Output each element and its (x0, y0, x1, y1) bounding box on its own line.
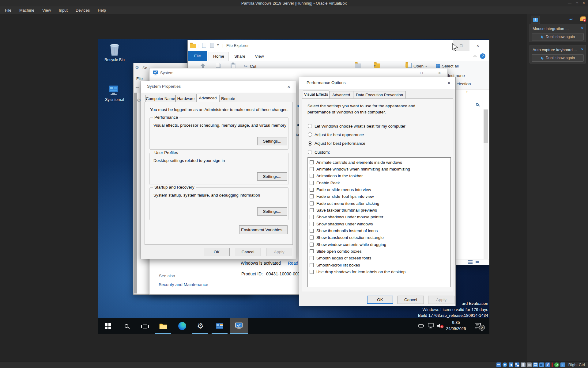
visual-effect-option[interactable]: Enable Peek (308, 179, 450, 186)
move-to-icon[interactable] (355, 63, 361, 68)
qat-customize-chevron-icon[interactable]: ▾ (217, 43, 219, 47)
visual-effect-option[interactable]: Fade or slide menus into view (308, 186, 450, 193)
sysprops-cancel-button[interactable]: Cancel (235, 248, 261, 256)
qat-properties-icon[interactable] (202, 43, 206, 48)
dont-show-again-button[interactable]: Don't show again (532, 33, 584, 40)
scrollbar-thumb[interactable] (484, 109, 488, 143)
radio-custom[interactable]: Custom: (308, 148, 405, 156)
desktop-icon-recycle-bin[interactable]: Recycle Bin (102, 43, 127, 62)
explorer-scrollbar[interactable] (484, 109, 488, 259)
tab-home[interactable]: Home (209, 52, 229, 61)
mouse-integration-icon[interactable]: ↓ (560, 362, 565, 367)
performance-settings-button[interactable]: Settings... (257, 137, 287, 145)
security-maintenance-link[interactable]: Security and Maintenance (159, 282, 208, 287)
visual-effect-option[interactable]: Fade or slide ToolTips into view (308, 193, 450, 200)
explorer-search-input[interactable] (456, 100, 483, 107)
taskbar-search-button[interactable] (119, 318, 134, 334)
user-profiles-settings-button[interactable]: Settings... (257, 172, 287, 181)
display-icon[interactable] (533, 362, 538, 367)
perfopts-titlebar[interactable]: Performance Options × (299, 77, 455, 89)
vbox-minimize-button[interactable]: — (567, 0, 573, 6)
radio-icon[interactable] (308, 150, 312, 154)
taskbar-clock[interactable]: 9:35 24/09/2025 (442, 320, 470, 332)
tab-advanced[interactable]: Advanced (196, 94, 219, 102)
checkbox-icon[interactable] (310, 174, 314, 178)
explorer-close-button[interactable]: × (473, 42, 483, 50)
close-icon[interactable]: × (581, 26, 583, 30)
tab-advanced[interactable]: Advanced (329, 91, 353, 98)
sysprops-close-button[interactable]: × (284, 83, 294, 91)
checkbox-icon[interactable] (310, 236, 314, 240)
vbox-titlebar[interactable]: Pantilla Windows 2k19 Server [Running] -… (0, 0, 588, 6)
visual-effects-listbox[interactable]: Animate controls and elements inside win… (307, 157, 451, 287)
visual-effect-option[interactable]: Fade out menu items after clicking (308, 200, 450, 207)
task-view-button[interactable] (137, 318, 153, 334)
radio-best-appearance[interactable]: Adjust for best appearance (308, 130, 405, 139)
radio-let-windows-choose[interactable]: Let Windows choose what's best for my co… (308, 122, 405, 130)
radio-selected-icon[interactable] (308, 141, 312, 146)
menu-input[interactable]: Input (59, 8, 68, 13)
menu-help[interactable]: Help (98, 8, 106, 13)
taskbar-system-active[interactable] (230, 318, 248, 334)
open-chevron-icon[interactable]: ▾ (425, 65, 427, 68)
sysprops-ok-button[interactable]: OK (204, 248, 230, 256)
system-close-button[interactable]: × (434, 69, 445, 77)
tab-share[interactable]: Share (231, 52, 249, 61)
checkbox-icon[interactable] (310, 208, 314, 212)
visual-effect-option[interactable]: Use drop shadows for icon labels on the … (308, 269, 450, 275)
optical-disc-icon[interactable] (503, 362, 507, 367)
perfopts-close-button[interactable]: × (444, 79, 454, 87)
help-icon[interactable]: ? (480, 53, 485, 59)
vbox-maximize-button[interactable]: □ (574, 0, 580, 6)
environment-variables-button[interactable]: Environment Variables... (239, 225, 288, 234)
power-icon[interactable] (418, 324, 424, 328)
ribbon-collapse-chevron-icon[interactable] (473, 55, 477, 57)
sysprops-titlebar[interactable]: System Properties × (141, 81, 296, 93)
visual-effect-option[interactable]: Show window contents while dragging (308, 241, 450, 248)
network-icon[interactable] (428, 323, 434, 329)
explorer-titlebar[interactable]: | ▾ | File Explorer — □ × (188, 40, 489, 51)
services-back-button[interactable]: ← (134, 83, 140, 90)
network-adapter-icon[interactable] (515, 362, 519, 367)
checkbox-icon[interactable] (310, 201, 314, 205)
hard-disk-icon[interactable] (496, 362, 501, 367)
perfopts-ok-button[interactable]: OK (367, 296, 393, 304)
desktop-icon-sysinternal[interactable]: Sysinternal (102, 84, 127, 102)
notification-center-button[interactable]: ! (531, 16, 540, 24)
details-view-icon[interactable] (468, 260, 473, 264)
tab-file[interactable]: File (188, 51, 207, 61)
audio-icon[interactable] (509, 362, 513, 367)
perfopts-cancel-button[interactable]: Cancel (398, 296, 424, 304)
usb-icon[interactable] (521, 362, 526, 367)
visual-effect-option[interactable]: Animate windows when minimizing and maxi… (308, 166, 450, 172)
checkbox-icon[interactable] (310, 243, 314, 247)
shared-folders-icon[interactable] (527, 362, 532, 367)
radio-best-performance[interactable]: Adjust for best performance (308, 139, 405, 148)
close-all-notifications-icon[interactable] (580, 16, 586, 22)
menu-devices[interactable]: Devices (76, 8, 90, 13)
checkbox-icon[interactable] (310, 167, 314, 171)
visual-effect-option[interactable]: Show shadows under mouse pointer (308, 214, 450, 220)
checkbox-icon[interactable] (310, 263, 314, 267)
tab-remote[interactable]: Remote (219, 95, 237, 102)
checkbox-icon[interactable] (310, 222, 314, 226)
visual-effect-option[interactable]: Show thumbnails instead of icons (308, 227, 450, 234)
services-file-menu[interactable]: File (136, 76, 143, 81)
visual-effect-option[interactable]: Animate controls and elements inside win… (308, 159, 450, 166)
copy-icon[interactable] (216, 63, 220, 68)
radio-icon[interactable] (308, 124, 312, 128)
system-titlebar[interactable]: System — □ × (149, 68, 447, 78)
visual-effect-option[interactable]: Slide open combo boxes (308, 248, 450, 255)
copy-to-chevron-icon[interactable]: ▾ (374, 64, 375, 67)
menu-machine[interactable]: Machine (19, 8, 34, 13)
menu-file[interactable]: File (5, 8, 11, 13)
vbox-close-button[interactable]: × (581, 0, 587, 6)
invert-selection-fragment[interactable]: election (457, 82, 471, 86)
taskbar-settings[interactable]: ⚙ (192, 318, 208, 334)
explorer-minimize-button[interactable]: — (439, 42, 450, 50)
visual-effect-option[interactable]: Save taskbar thumbnail previews (308, 207, 450, 213)
visual-effect-option[interactable]: Show shadows under windows (308, 220, 450, 227)
checkbox-icon[interactable] (310, 256, 314, 260)
menu-view[interactable]: View (42, 8, 51, 13)
features-icon[interactable] (554, 362, 559, 367)
